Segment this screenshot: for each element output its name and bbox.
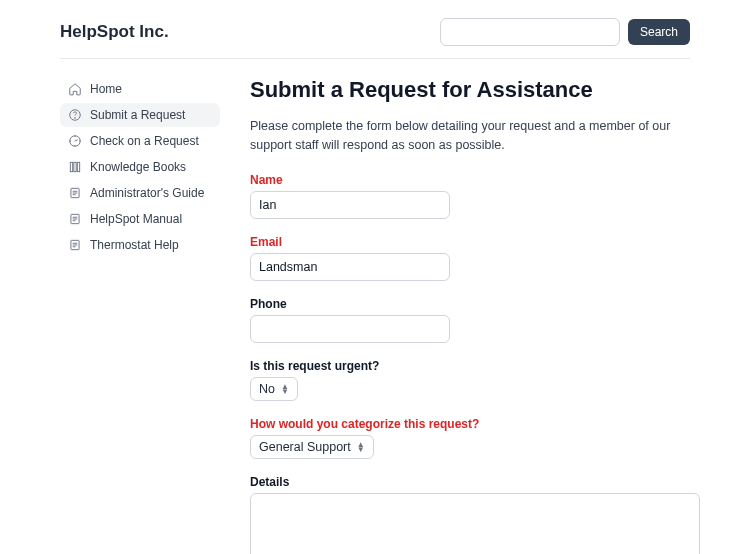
input-email[interactable] <box>250 253 450 281</box>
field-name: Name <box>250 173 700 219</box>
search-wrap: Search <box>440 18 690 46</box>
sidebar-item-label: Check on a Request <box>90 134 199 148</box>
clock-icon <box>68 134 82 148</box>
svg-rect-4 <box>74 162 76 171</box>
field-details: Details <box>250 475 700 555</box>
svg-rect-3 <box>70 162 72 171</box>
stepper-icon: ▲▼ <box>281 384 289 394</box>
sidebar-item-check-request[interactable]: Check on a Request <box>60 129 220 153</box>
textarea-details[interactable] <box>250 493 700 555</box>
label-urgent: Is this request urgent? <box>250 359 700 373</box>
label-name: Name <box>250 173 700 187</box>
sidebar-item-thermostat-help[interactable]: Thermostat Help <box>60 233 220 257</box>
sidebar-item-knowledge-books[interactable]: Knowledge Books <box>60 155 220 179</box>
books-icon <box>68 160 82 174</box>
svg-point-1 <box>75 118 76 119</box>
help-icon <box>68 108 82 122</box>
doc-icon <box>68 212 82 226</box>
label-phone: Phone <box>250 297 700 311</box>
field-urgent: Is this request urgent? No ▲▼ <box>250 359 700 401</box>
field-category: How would you categorize this request? G… <box>250 417 700 459</box>
select-urgent[interactable]: No ▲▼ <box>250 377 298 401</box>
doc-icon <box>68 186 82 200</box>
field-phone: Phone <box>250 297 700 343</box>
sidebar-item-label: Thermostat Help <box>90 238 179 252</box>
sidebar-item-submit-request[interactable]: Submit a Request <box>60 103 220 127</box>
page-title: Submit a Request for Assistance <box>250 77 700 103</box>
search-button[interactable]: Search <box>628 19 690 45</box>
sidebar-item-label: HelpSpot Manual <box>90 212 182 226</box>
input-name[interactable] <box>250 191 450 219</box>
sidebar-item-label: Knowledge Books <box>90 160 186 174</box>
sidebar: Home Submit a Request Check on a Request… <box>60 77 220 554</box>
select-category-value: General Support <box>259 440 351 454</box>
page-intro: Please complete the form below detailing… <box>250 117 700 155</box>
doc-icon <box>68 238 82 252</box>
select-urgent-value: No <box>259 382 275 396</box>
label-category: How would you categorize this request? <box>250 417 700 431</box>
input-phone[interactable] <box>250 315 450 343</box>
sidebar-item-label: Submit a Request <box>90 108 185 122</box>
stepper-icon: ▲▼ <box>357 442 365 452</box>
home-icon <box>68 82 82 96</box>
sidebar-item-label: Home <box>90 82 122 96</box>
sidebar-item-label: Administrator's Guide <box>90 186 204 200</box>
header: HelpSpot Inc. Search <box>60 18 690 59</box>
main-content: Submit a Request for Assistance Please c… <box>250 77 700 554</box>
sidebar-item-helpspot-manual[interactable]: HelpSpot Manual <box>60 207 220 231</box>
label-details: Details <box>250 475 700 489</box>
search-input[interactable] <box>440 18 620 46</box>
select-category[interactable]: General Support ▲▼ <box>250 435 374 459</box>
sidebar-item-admin-guide[interactable]: Administrator's Guide <box>60 181 220 205</box>
sidebar-item-home[interactable]: Home <box>60 77 220 101</box>
label-email: Email <box>250 235 700 249</box>
brand-title: HelpSpot Inc. <box>60 22 169 42</box>
svg-rect-5 <box>77 162 79 171</box>
field-email: Email <box>250 235 700 281</box>
